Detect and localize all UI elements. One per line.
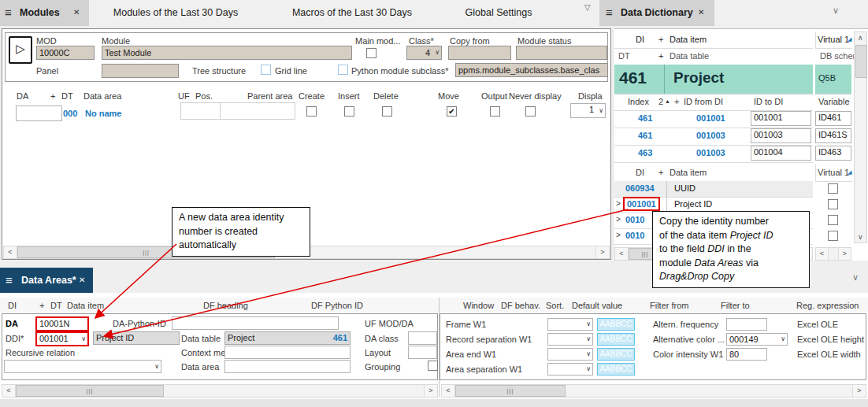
scroll-left-icon[interactable]: <: [615, 248, 629, 260]
scroll-thumb[interactable]: |||: [455, 385, 566, 397]
scroll-up-icon[interactable]: ∧: [858, 34, 863, 42]
da-class-input[interactable]: [408, 331, 437, 345]
record-separation-w1-colorbox[interactable]: AABBCC: [597, 333, 635, 346]
data-area-input[interactable]: [224, 360, 351, 373]
scroll-right-icon[interactable]: >: [838, 248, 851, 260]
close-icon[interactable]: ✕: [79, 276, 85, 284]
add-item-icon[interactable]: +: [658, 35, 663, 44]
add-item-icon[interactable]: +: [658, 168, 663, 177]
selected-table-row[interactable]: 461 Project: [614, 65, 813, 94]
virtual-checkbox[interactable]: [828, 199, 838, 209]
grouping-checkbox[interactable]: [428, 361, 438, 371]
frame-w1-select[interactable]: ∨: [547, 318, 593, 331]
move-checkbox[interactable]: ✔: [447, 106, 457, 117]
scroll-thumb[interactable]: |||: [16, 385, 164, 397]
da-input[interactable]: [16, 105, 62, 121]
scroll-left-icon[interactable]: <: [442, 385, 455, 397]
dict-v-scrollbar[interactable]: ∧ ∨: [854, 31, 867, 243]
display-select[interactable]: 1 ∨: [570, 103, 606, 118]
panel-collapse-icon[interactable]: ∨: [833, 6, 839, 16]
id-to-input[interactable]: 001001: [751, 111, 811, 126]
scroll-left-icon[interactable]: <: [816, 248, 829, 260]
tab-group-menu-icon[interactable]: ▽: [584, 3, 591, 12]
variable-input[interactable]: ID461: [815, 111, 851, 126]
menu-icon[interactable]: ≡: [5, 6, 12, 19]
id-to-input[interactable]: 001003: [751, 128, 811, 143]
close-icon[interactable]: ✕: [698, 8, 704, 17]
mod-field[interactable]: 10000C: [36, 46, 95, 60]
di-value-highlighted[interactable]: 001001: [623, 197, 660, 211]
panel-collapse-icon[interactable]: ∨: [852, 272, 859, 283]
scroll-left-icon[interactable]: <: [4, 246, 17, 258]
tab-data-areas[interactable]: ≡ Data Areas* ✕: [0, 268, 93, 293]
data-area-value[interactable]: No name: [85, 109, 121, 118]
insert-checkbox[interactable]: [344, 106, 354, 117]
class-select[interactable]: 4 ∨: [406, 46, 442, 60]
create-checkbox[interactable]: [306, 106, 317, 117]
add-row-icon[interactable]: +: [50, 91, 55, 101]
module-status-field[interactable]: [516, 46, 607, 60]
add-table-icon[interactable]: +: [658, 51, 663, 61]
scroll-thumb[interactable]: [855, 45, 867, 78]
frame-w1-colorbox[interactable]: AABBCC: [597, 318, 635, 331]
context-menu-input[interactable]: [224, 346, 351, 359]
module-field[interactable]: Test Module: [102, 46, 352, 60]
index-row[interactable]: 461 001001 001001: [614, 110, 813, 128]
main-mod-checkbox[interactable]: [366, 48, 377, 58]
tab-global-settings[interactable]: Global Settings: [454, 0, 543, 26]
expand-icon[interactable]: >: [616, 231, 621, 239]
scroll-left-icon[interactable]: <: [2, 385, 16, 397]
df-heading-input[interactable]: [172, 316, 339, 330]
never-display-checkbox[interactable]: [525, 106, 536, 117]
index-header-row[interactable]: Index 2 ▲ + ID from DI ID to DI: [614, 95, 813, 111]
tab-modules[interactable]: ≡ Modules ✕: [0, 0, 89, 26]
variable-input[interactable]: ID463: [815, 146, 851, 161]
area-separation-w1-select[interactable]: ∨: [547, 363, 593, 376]
grid-line-checkbox[interactable]: [261, 65, 271, 75]
variable-input[interactable]: ID461S: [815, 128, 851, 143]
area-end-w1-colorbox[interactable]: AABBCC: [597, 348, 635, 361]
menu-icon[interactable]: ≡: [6, 273, 13, 287]
close-icon[interactable]: ✕: [73, 8, 80, 17]
expand-icon[interactable]: >: [616, 215, 621, 224]
output-checkbox[interactable]: [490, 106, 500, 117]
tab-macros-last-30-days[interactable]: Macros of the Last 30 Days: [280, 0, 425, 26]
python-subclass-field[interactable]: ppms.module_subclasses.base_clas: [455, 63, 608, 77]
expand-icon[interactable]: >: [616, 199, 621, 208]
copy-from-field[interactable]: [448, 46, 511, 60]
uf-input[interactable]: [180, 102, 221, 120]
scroll-right-icon[interactable]: >: [852, 385, 866, 397]
layout-input[interactable]: [408, 346, 437, 359]
add-row-icon[interactable]: +: [39, 301, 44, 310]
menu-icon[interactable]: ≡: [606, 6, 613, 19]
record-separation-w1-select[interactable]: ∨: [547, 333, 593, 346]
scroll-down-icon[interactable]: ∨: [858, 233, 863, 241]
da-field[interactable]: 10001N: [35, 316, 89, 331]
tab-modules-last-30-days[interactable]: Modules of the Last 30 Days: [100, 0, 251, 26]
areas-right-h-scrollbar[interactable]: < ||| >: [441, 384, 866, 398]
virtual-checkbox[interactable]: [828, 215, 838, 225]
data-item-row[interactable]: 060934 UUID: [614, 181, 813, 198]
scroll-right-icon[interactable]: >: [595, 246, 609, 258]
alternative-color-select[interactable]: 000149 ∨: [726, 333, 788, 346]
recursive-relation-select[interactable]: ∨: [4, 360, 161, 373]
dict-virtual-h-scrollbar[interactable]: < >: [815, 247, 851, 261]
color-intensity-input[interactable]: 80: [726, 348, 767, 361]
tab-data-dictionary[interactable]: ≡ Data Dictionary ✕: [599, 0, 714, 26]
virtual-checkbox[interactable]: [828, 183, 838, 194]
index-row[interactable]: 463 001003 001004: [614, 145, 813, 163]
virtual-header-cell[interactable]: Virtual 1 ◢: [815, 31, 852, 49]
altern-frequency-input[interactable]: [726, 318, 767, 331]
delete-checkbox[interactable]: [382, 106, 392, 117]
scroll-right-icon[interactable]: >: [424, 385, 437, 397]
virtual-header-cell[interactable]: Virtual 1 ◢: [815, 165, 852, 182]
areas-left-h-scrollbar[interactable]: < ||| >: [2, 384, 438, 398]
index-row[interactable]: 461 001003 001003: [614, 128, 813, 146]
run-module-button[interactable]: ▷: [9, 36, 32, 64]
id-to-input[interactable]: 001004: [751, 146, 811, 161]
panel-field[interactable]: [102, 64, 179, 78]
area-end-w1-select[interactable]: ∨: [547, 348, 593, 361]
add-index-icon[interactable]: +: [674, 97, 679, 106]
python-subclass-checkbox[interactable]: [338, 65, 348, 75]
ddi-select[interactable]: 001001 ∨: [35, 331, 89, 346]
